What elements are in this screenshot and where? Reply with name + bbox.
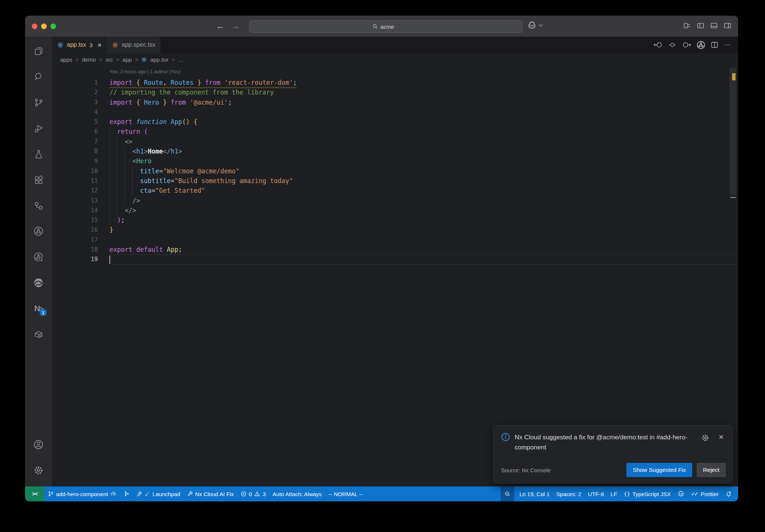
code-content[interactable]: /> [109,196,738,205]
code-line-19[interactable]: 19 [52,254,738,264]
tab-app-spec-tsx[interactable]: app.spec.tsx [107,37,161,53]
code-content[interactable]: export default App; [109,245,738,254]
search-input[interactable] [381,24,400,30]
code-content[interactable] [109,254,738,264]
code-line-1[interactable]: 1import { Route, Routes } from 'react-ro… [52,78,738,87]
customize-layout-icon[interactable] [683,22,691,30]
command-center-search[interactable] [249,20,523,33]
reject-button[interactable]: Reject [697,463,726,477]
code-content[interactable]: <> [109,137,738,146]
code-content[interactable]: <Hero [109,156,738,166]
history-back-button[interactable]: ← [216,21,224,31]
line-number[interactable]: 4 [52,107,109,117]
nav-forward-circle-icon[interactable] [682,41,691,49]
remote-indicator[interactable]: >< [25,486,44,501]
code-content[interactable]: return ( [109,127,738,136]
code-line-10[interactable]: 10 title="Welcmoe @acme/demo" [52,166,738,176]
code-line-14[interactable]: 14 </> [52,205,738,215]
launchpad-item[interactable]: Launchpad [133,486,183,501]
prettier-item[interactable]: ✓✓ Prettier [688,486,722,501]
line-number[interactable]: 1 [52,78,109,87]
code-line-13[interactable]: 13 /> [52,196,738,205]
accounts-icon[interactable] [30,435,47,454]
minimize-window-button[interactable] [41,24,47,29]
nav-back-circle-icon[interactable] [653,41,663,49]
problems-item[interactable]: 0 3 [237,486,269,501]
code-content[interactable]: import { Route, Routes } from 'react-rou… [109,78,738,87]
line-number[interactable]: 13 [52,196,109,205]
extensions-icon[interactable] [30,170,47,189]
code-content[interactable]: import { Hero } from '@acme/ui'; [109,98,738,107]
code-line-12[interactable]: 12 cta="Get Started" [52,186,738,195]
git-branch-item[interactable]: add-hero-component [44,486,120,501]
code-content[interactable]: subtitle="Build something amazing today" [109,176,738,186]
code-line-6[interactable]: 6 return ( [52,127,738,136]
line-number[interactable]: 3 [52,98,109,107]
code-content[interactable]: ); [109,215,738,225]
notification-close-icon[interactable]: × [719,432,724,442]
code-line-17[interactable]: 17 [52,235,738,245]
line-number[interactable]: 6 [52,127,109,136]
code-line-8[interactable]: 8 <h1>Home</h1> [52,146,738,156]
code-line-11[interactable]: 11 subtitle="Build something amazing tod… [52,176,738,186]
toggle-secondary-sidebar-icon[interactable] [724,22,731,30]
explorer-icon[interactable] [30,41,47,61]
settings-gear-icon[interactable] [30,461,47,480]
language-mode-item[interactable]: {} TypeScript JSX [620,486,674,501]
containers-icon[interactable] [30,325,47,344]
nx-console-icon[interactable]: N> 1 [30,299,47,318]
copilot-menu-button[interactable] [527,21,543,30]
line-number[interactable]: 9 [52,156,109,166]
code-editor[interactable]: You, 3 hours ago | 1 author (You) 1impor… [52,66,738,486]
code-content[interactable]: export function App() { [109,117,738,127]
code-content[interactable]: // importing the component from the libr… [109,87,738,97]
code-line-15[interactable]: 15 ); [52,215,738,225]
code-content[interactable] [109,107,738,117]
notification-settings-gear-icon[interactable] [701,434,709,442]
source-control-icon[interactable] [30,93,47,112]
testing-icon[interactable] [30,144,47,164]
toggle-primary-sidebar-icon[interactable] [697,22,704,30]
code-content[interactable]: </> [109,205,738,215]
maximize-window-button[interactable] [50,24,56,29]
more-actions-icon[interactable]: ⋯ [724,41,731,49]
breadcrumb-symbol-ellipsis[interactable]: … [178,56,183,63]
nav-position-circle-icon[interactable] [668,41,677,49]
indentation-item[interactable]: Spaces: 2 [553,486,585,501]
line-number[interactable]: 10 [52,166,109,176]
graph-search-icon[interactable] [30,247,47,267]
run-debug-icon[interactable] [30,118,47,138]
line-number[interactable]: 17 [52,235,109,245]
tab-app-tsx[interactable]: app.tsx 3 × [52,37,107,53]
code-line-2[interactable]: 2// importing the component from the lib… [52,87,738,97]
history-forward-button[interactable]: → [231,21,239,31]
code-content[interactable]: title="Welcmoe @acme/demo" [109,166,738,176]
line-number[interactable]: 7 [52,137,109,146]
nx-graph-circle-icon[interactable] [696,40,706,50]
split-editor-icon[interactable] [710,41,719,49]
code-line-16[interactable]: 16} [52,225,738,235]
search-icon[interactable] [30,67,47,86]
project-graph-icon[interactable] [30,222,47,241]
vim-mode-item[interactable]: -- NORMAL -- [325,486,366,501]
code-content[interactable] [109,235,738,245]
code-line-9[interactable]: 9 <Hero [52,156,738,166]
cursor-position-item[interactable]: Ln 19, Col 1 [516,486,553,501]
code-line-7[interactable]: 7 <> [52,137,738,146]
zoom-out-item[interactable] [501,486,514,501]
line-number[interactable]: 18 [52,245,109,254]
line-number[interactable]: 2 [52,87,109,97]
copilot-status-item[interactable] [674,486,688,501]
breadcrumb-item[interactable]: src [105,56,113,63]
editor-scrollbar[interactable] [730,68,736,479]
git-graph-item[interactable] [120,486,133,501]
line-number[interactable]: 5 [52,117,109,127]
auto-attach-item[interactable]: Auto Attach: Always [269,486,325,501]
line-number[interactable]: 12 [52,186,109,195]
code-content[interactable]: <h1>Home</h1> [109,146,738,156]
toggle-panel-icon[interactable] [710,22,718,30]
close-window-button[interactable] [32,24,37,29]
remote-explorer-icon[interactable] [30,196,47,215]
breadcrumb-item[interactable]: demo [82,56,96,63]
line-number[interactable]: 19 [52,254,109,264]
